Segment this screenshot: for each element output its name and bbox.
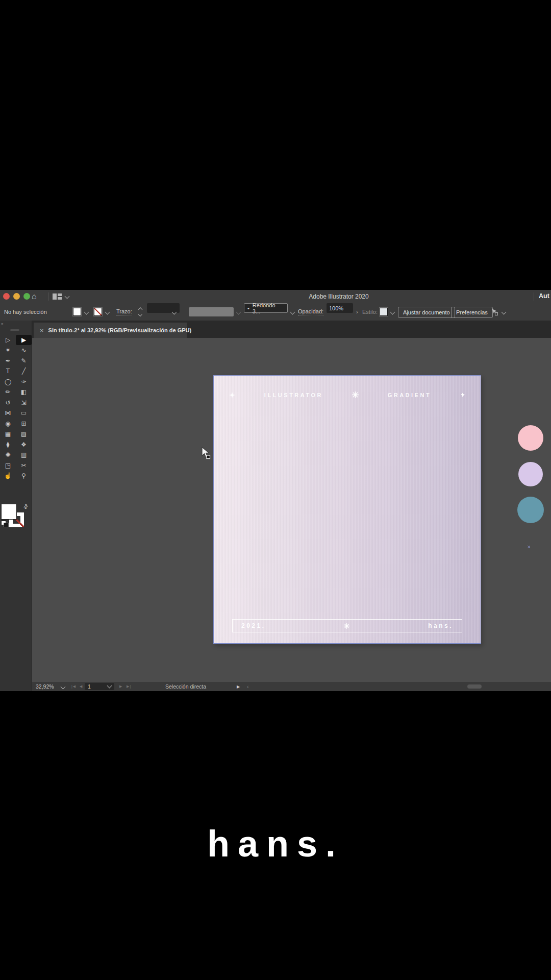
column-graph-tool[interactable]: ▥ <box>16 450 32 460</box>
paintbrush-tool[interactable]: ✑ <box>16 377 32 387</box>
scale-tool[interactable]: ⇲ <box>16 398 32 408</box>
chevron-down-icon[interactable] <box>105 310 110 315</box>
header-word-illustrator: ILLUSTRATOR <box>264 392 323 398</box>
header-word-gradient: GRADIENT <box>388 392 431 398</box>
document-tab[interactable]: × Sin título-2* al 32,92% (RGB/Previsual… <box>34 323 187 338</box>
artboard-header: ILLUSTRATOR GRADIENT <box>214 391 481 399</box>
sun-icon <box>344 623 349 629</box>
opacity-input[interactable]: 100% <box>327 303 353 313</box>
stroke-color-swatch[interactable] <box>94 308 102 316</box>
document-tab-title: Sin título-2* al 32,92% (RGB/Previsualiz… <box>48 327 192 333</box>
status-bar: 32,92% |◀ ◀ 1 ▶ ▶| Selección directa ▶ ‹ <box>32 682 551 691</box>
free-transform-tool[interactable]: ▭ <box>16 408 32 419</box>
preferences-button[interactable]: Preferencias <box>451 307 493 318</box>
artboard[interactable]: ILLUSTRATOR GRADIENT 2021. hans. <box>213 375 481 644</box>
close-window-button[interactable] <box>3 293 10 300</box>
zoom-level[interactable]: 32,92% <box>36 682 54 691</box>
app-title: Adobe Illustrator 2020 <box>309 293 368 300</box>
select-similar-icon[interactable] <box>491 303 498 321</box>
teal-circle[interactable] <box>517 497 544 523</box>
control-bar: No hay selección Trazo: • Redondo 3... O… <box>0 303 551 321</box>
footer-signature: hans. <box>428 622 453 629</box>
first-page-button[interactable]: |◀ <box>71 682 76 691</box>
rotate-tool[interactable]: ↺ <box>0 398 16 408</box>
default-fill-stroke-icon[interactable] <box>2 521 8 527</box>
canvas[interactable]: ILLUSTRATOR GRADIENT 2021. hans. <box>32 338 551 682</box>
lavender-circle[interactable] <box>518 462 543 486</box>
close-tab-icon[interactable]: × <box>40 327 44 334</box>
slice-tool[interactable]: ✂ <box>16 460 32 471</box>
stroke-weight-stepper[interactable] <box>139 308 142 315</box>
toolbar-grip[interactable] <box>10 329 19 331</box>
chevron-down-icon[interactable] <box>84 310 89 315</box>
brush-name: Redondo 3... <box>253 302 284 314</box>
magic-wand-tool[interactable]: ✶ <box>0 346 16 356</box>
zoom-window-button[interactable] <box>23 293 30 300</box>
chevron-down-icon[interactable] <box>107 683 112 689</box>
style-label: Estilo: <box>362 303 378 321</box>
opacity-label[interactable]: Opacidad: <box>298 308 323 315</box>
status-play-icon[interactable]: ▶ <box>237 682 240 691</box>
curvature-tool[interactable]: ✎ <box>16 356 32 366</box>
last-page-button[interactable]: ▶| <box>127 682 131 691</box>
width-profile-dropdown[interactable] <box>189 307 234 316</box>
chevron-down-icon[interactable] <box>61 684 66 690</box>
tab-bar: × Sin título-2* al 32,92% (RGB/Previsual… <box>32 321 551 338</box>
lasso-tool[interactable]: ∿ <box>16 346 32 356</box>
pen-tool[interactable]: ✒ <box>0 356 16 366</box>
fill-indicator[interactable] <box>2 504 16 519</box>
sun-icon <box>352 391 359 398</box>
blend-tool[interactable]: ❖ <box>16 439 32 450</box>
chevron-down-icon[interactable] <box>502 310 507 315</box>
eraser-tool[interactable]: ◧ <box>16 387 32 398</box>
minimize-window-button[interactable] <box>13 293 20 300</box>
stroke-weight-label[interactable]: Trazo: <box>116 308 132 315</box>
artboard-footer: 2021. hans. <box>232 619 462 632</box>
width-tool[interactable]: ⋈ <box>0 408 16 419</box>
prev-page-button[interactable]: ◀ <box>80 682 83 691</box>
chevron-down-icon[interactable] <box>65 294 70 299</box>
direct-selection-cursor <box>200 447 212 460</box>
fit-document-button[interactable]: Ajustar documento <box>398 307 455 318</box>
selection-tool[interactable]: ▷ <box>0 335 16 345</box>
hand-tool[interactable]: ☝ <box>0 471 16 481</box>
lightning-bolt-icon <box>460 391 465 399</box>
gradient-tool[interactable]: ▨ <box>16 429 32 439</box>
pink-circle[interactable] <box>518 425 543 451</box>
type-tool[interactable]: T <box>0 366 16 377</box>
status-back-icon[interactable]: ‹ <box>247 682 249 691</box>
fill-color-swatch[interactable] <box>73 308 81 316</box>
shape-builder-tool[interactable]: ◉ <box>0 419 16 429</box>
zoom-tool[interactable]: ⚲ <box>16 471 32 481</box>
opacity-expand-arrow[interactable]: › <box>356 303 358 321</box>
home-icon[interactable]: ⌂ <box>32 292 37 301</box>
eyedropper-tool[interactable]: ⧫ <box>0 439 16 450</box>
horizontal-scrollbar-thumb[interactable] <box>467 684 482 689</box>
watermark-text: hans. <box>0 823 551 865</box>
artboard-tool[interactable]: ◳ <box>0 460 16 471</box>
brush-definition-dropdown[interactable]: • Redondo 3... <box>244 303 288 313</box>
chevron-down-icon[interactable] <box>236 310 241 315</box>
page-number: 1 <box>88 683 91 690</box>
footer-year: 2021. <box>241 622 266 629</box>
shaper-tool[interactable]: ✏ <box>0 387 16 398</box>
mesh-tool[interactable]: ▦ <box>0 429 16 439</box>
collapse-toolbar-icon[interactable]: ‹‹ <box>1 322 3 326</box>
next-page-button[interactable]: ▶ <box>119 682 122 691</box>
line-segment-tool[interactable]: ╱ <box>16 366 32 377</box>
chevron-down-icon[interactable] <box>390 310 395 315</box>
symbol-sprayer-tool[interactable]: ✺ <box>0 450 16 460</box>
tool-grid: ▷▶✶∿✒✎T╱◯✑✏◧↺⇲⋈▭◉⊞▦▨⧫❖✺▥◳✂☝⚲ <box>0 335 32 481</box>
screen: ⌂ Adobe Illustrator 2020 Aut No hay sele… <box>0 0 551 980</box>
chevron-down-icon[interactable] <box>290 310 295 315</box>
perspective-grid-tool[interactable]: ⊞ <box>16 419 32 429</box>
arrange-documents-icon[interactable] <box>53 293 62 300</box>
style-swatch[interactable] <box>380 308 388 316</box>
titlebar-divider <box>48 292 48 301</box>
artboard-navigation-field[interactable]: 1 <box>85 683 114 690</box>
sparkle-icon <box>229 392 235 398</box>
artboard-center-mark <box>527 545 531 549</box>
titlebar-divider <box>534 292 534 301</box>
ellipse-tool[interactable]: ◯ <box>0 377 16 387</box>
direct-selection-tool[interactable]: ▶ <box>16 335 32 345</box>
